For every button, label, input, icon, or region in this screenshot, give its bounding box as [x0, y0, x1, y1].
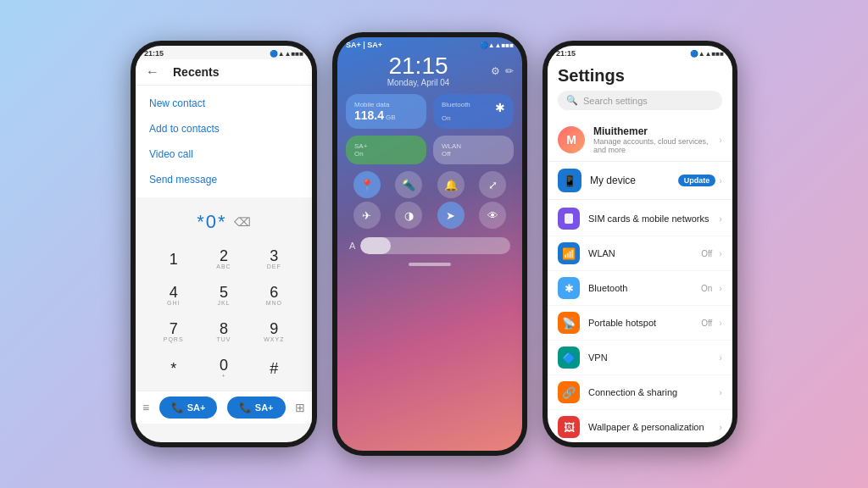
phone1: 21:15 🔵▲▲■■■ ← Recents New contact Add t…	[131, 41, 317, 447]
phone1-time: 21:15	[144, 49, 164, 58]
add-contacts-action[interactable]: Add to contacts	[136, 116, 312, 141]
wlan-tile[interactable]: WLAN Off	[433, 136, 514, 164]
search-bar[interactable]: 🔍 Search settings	[558, 91, 722, 110]
call-label-2: SA+	[255, 402, 274, 413]
bluetooth-chevron-icon: ›	[719, 283, 722, 293]
bluetooth-status: On	[701, 284, 712, 293]
video-call-action[interactable]: Video call	[136, 141, 312, 167]
wlan-chevron-icon: ›	[719, 248, 722, 258]
phone2-time: 21:15	[387, 54, 450, 78]
bluetooth-tile[interactable]: Bluetooth ✱ On	[433, 94, 514, 129]
navigation-btn[interactable]: ➤	[437, 202, 465, 229]
edit-icon[interactable]: ✏	[505, 65, 514, 77]
nightmode-btn[interactable]: ◑	[395, 202, 422, 229]
key-9[interactable]: 9WXYZ	[250, 314, 298, 349]
wlan-item[interactable]: 📶 WLAN Off ›	[548, 236, 732, 271]
my-device-item[interactable]: 📱 My device Update ›	[548, 162, 732, 200]
profile-sub: Manage accounts, cloud services, and mor…	[593, 137, 715, 154]
sim-item[interactable]: SIM cards & mobile networks ›	[548, 202, 732, 236]
wlan-status: Off	[442, 150, 505, 158]
wallpaper-chevron-icon: ›	[719, 422, 722, 432]
sa-label: SA+	[354, 142, 418, 150]
key-4[interactable]: 4GHI	[149, 278, 198, 313]
phone2-screen: SA+ | SA+ 🔵▲▲■■■ 21:15 Monday, April 04 …	[337, 37, 522, 451]
dialer-keypad: 1 2ABC 3DEF 4GHI 5JKL 6MNO 7PQRS 8TUV 9W…	[142, 241, 305, 385]
vpn-item[interactable]: 🔷 VPN ›	[548, 341, 732, 375]
bluetooth-item[interactable]: ✱ Bluetooth On ›	[548, 271, 732, 306]
settings-title: Settings	[558, 66, 722, 86]
mobile-data-tile[interactable]: Mobile data 118.4 GB	[346, 94, 426, 129]
bluetooth-status: On	[442, 114, 505, 122]
flashlight-btn[interactable]: 🔦	[395, 171, 422, 198]
phone3: 21:15 🔵▲▲■■■ Settings 🔍 Search settings …	[542, 41, 737, 447]
menu-icon[interactable]: ≡	[142, 401, 149, 414]
sa-status: On	[354, 150, 418, 158]
location-btn[interactable]: 📍	[353, 171, 381, 198]
key-8[interactable]: 8TUV	[199, 314, 248, 349]
wallpaper-icon: 🖼	[558, 416, 580, 438]
key-0[interactable]: 0+	[199, 351, 248, 385]
phone2-date: Monday, April 04	[387, 78, 450, 87]
my-device-chevron-icon: ›	[719, 175, 722, 186]
wallpaper-item[interactable]: 🖼 Wallpaper & personalization ›	[548, 410, 732, 442]
bluetooth-icon: ✱	[495, 101, 505, 114]
connection-item[interactable]: 🔗 Connection & sharing ›	[548, 375, 732, 410]
bluetooth-label: Bluetooth	[442, 101, 470, 108]
hotspot-item[interactable]: 📡 Portable hotspot Off ›	[548, 306, 732, 341]
key-star[interactable]: *	[149, 351, 198, 385]
key-6[interactable]: 6MNO	[250, 278, 298, 313]
airplane-btn[interactable]: ✈	[353, 202, 381, 229]
key-7[interactable]: 7PQRS	[149, 314, 198, 349]
sa-tile[interactable]: SA+ On	[346, 136, 426, 164]
backspace-icon[interactable]: ⌫	[234, 215, 251, 229]
wallpaper-label: Wallpaper & personalization	[588, 422, 715, 432]
key-2[interactable]: 2ABC	[199, 241, 248, 276]
vpn-chevron-icon: ›	[719, 352, 722, 363]
brightness-control: A	[337, 234, 522, 259]
call-button-1[interactable]: 📞 SA+	[159, 396, 218, 419]
hotspot-icon: 📡	[558, 312, 580, 334]
new-contact-action[interactable]: New contact	[136, 91, 312, 116]
settings-header: Settings 🔍 Search settings	[548, 59, 732, 119]
profile-item[interactable]: M Miuithemer Manage accounts, cloud serv…	[548, 119, 732, 162]
phone3-status-bar: 21:15 🔵▲▲■■■	[548, 46, 732, 59]
quick-row-2: ✈ ◑ ➤ 👁	[337, 202, 522, 234]
brightness-slider[interactable]	[360, 237, 510, 254]
home-pill[interactable]	[409, 263, 451, 266]
phone-icon-2: 📞	[239, 402, 252, 413]
phone1-screen: 21:15 🔵▲▲■■■ ← Recents New contact Add t…	[136, 46, 312, 442]
call-button-2[interactable]: 📞 SA+	[227, 396, 286, 419]
key-hash[interactable]: #	[250, 351, 298, 385]
back-button[interactable]: ←	[146, 64, 159, 80]
bluetooth-icon: ✱	[558, 277, 580, 299]
key-1[interactable]: 1	[149, 241, 198, 276]
settings-icon[interactable]: ⚙	[491, 65, 500, 77]
key-5[interactable]: 5JKL	[199, 278, 248, 313]
phone1-actions: New contact Add to contacts Video call S…	[136, 86, 312, 197]
screenshot-btn[interactable]: ⤢	[479, 171, 506, 198]
sim-label: SIM cards & mobile networks	[588, 214, 715, 224]
phone1-title: Recents	[173, 65, 219, 79]
keypad-icon[interactable]: ⊞	[295, 401, 305, 414]
wlan-label: WLAN	[442, 142, 505, 150]
control-center: SA+ | SA+ 🔵▲▲■■■ 21:15 Monday, April 04 …	[337, 37, 522, 451]
phone3-status-icons: 🔵▲▲■■■	[690, 50, 724, 58]
phone2-datetime: 21:15 Monday, April 04 ⚙ ✏	[337, 51, 522, 94]
send-message-action[interactable]: Send message	[136, 167, 312, 192]
avatar: M	[558, 126, 585, 153]
notifications-btn[interactable]: 🔔	[437, 171, 465, 198]
vpn-label: VPN	[588, 352, 715, 363]
wlan-label: WLAN	[588, 248, 701, 258]
hotspot-label: Portable hotspot	[588, 318, 701, 328]
key-3[interactable]: 3DEF	[250, 241, 298, 276]
hotspot-chevron-icon: ›	[719, 318, 722, 328]
mobile-data-value: 118.4	[354, 108, 384, 122]
sim-icon	[558, 208, 580, 230]
eye-btn[interactable]: 👁	[479, 202, 506, 229]
phone1-header: ← Recents	[136, 59, 312, 86]
my-device-icon: 📱	[558, 169, 581, 192]
profile-info: Miuithemer Manage accounts, cloud servic…	[593, 125, 715, 154]
quick-row-1: 📍 🔦 🔔 ⤢	[337, 164, 522, 202]
call-label-1: SA+	[187, 402, 206, 413]
mobile-data-label: Mobile data	[354, 101, 418, 108]
